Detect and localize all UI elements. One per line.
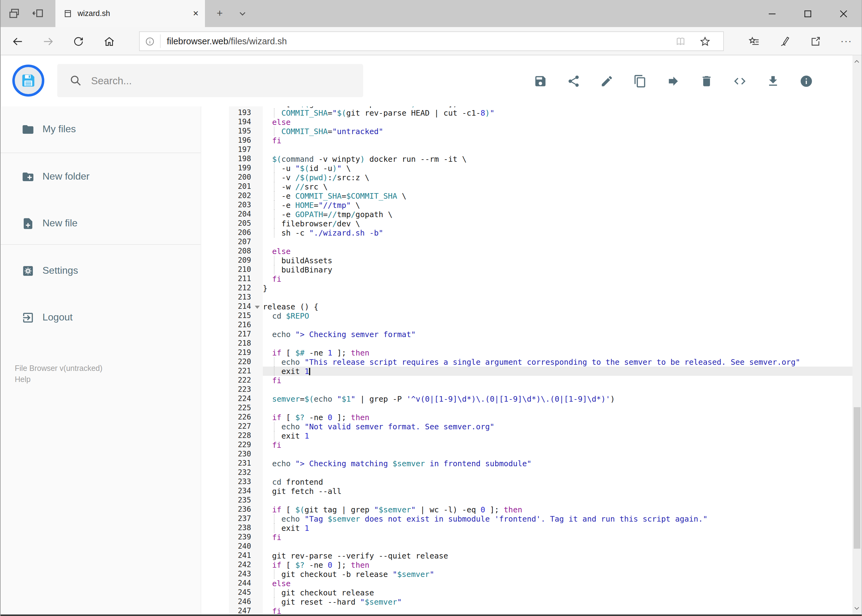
code-line[interactable]: [263, 542, 852, 551]
address-bar[interactable]: filebrowser.web/files/wizard.sh: [139, 31, 724, 51]
scrollbar-thumb[interactable]: [853, 407, 860, 548]
code-line[interactable]: [263, 468, 852, 477]
save-button[interactable]: [523, 64, 557, 97]
maximize-icon[interactable]: [790, 0, 826, 27]
move-button[interactable]: [656, 64, 690, 97]
code-line[interactable]: COMMIT_SHA="$(git rev-parse HEAD | cut -…: [263, 108, 852, 118]
code-line[interactable]: exit 1: [263, 431, 852, 440]
page-info-icon[interactable]: [145, 36, 154, 46]
filebrowser-logo[interactable]: [12, 64, 44, 97]
set-aside-tabs-icon[interactable]: [32, 7, 45, 20]
edit-button[interactable]: [590, 64, 623, 97]
search-input[interactable]: [90, 74, 363, 87]
code-line[interactable]: semver=$(echo "$1" | grep -P '^v(0|[1-9]…: [263, 394, 852, 404]
code-line[interactable]: -u "$(id -u)" \: [263, 163, 852, 173]
more-options-icon[interactable]: ···: [838, 33, 855, 49]
code-line[interactable]: else: [263, 247, 852, 256]
editor-code-area[interactable]: if [ "$(git status --porcelain)" = "" ];…: [263, 107, 852, 616]
code-line[interactable]: echo "This release script requires a sin…: [263, 357, 852, 366]
share-page-icon[interactable]: [809, 36, 821, 47]
code-line[interactable]: release () {: [263, 302, 852, 311]
code-line[interactable]: git checkout release: [263, 588, 852, 597]
new-tab-icon[interactable]: +: [212, 0, 228, 27]
code-line[interactable]: [263, 449, 852, 459]
tab-preview-icon[interactable]: [7, 7, 21, 20]
code-line[interactable]: fi: [263, 376, 852, 385]
code-line[interactable]: buildBinary: [263, 265, 852, 274]
code-line[interactable]: exit 1: [263, 523, 852, 533]
refresh-icon[interactable]: [72, 36, 84, 47]
delete-button[interactable]: [690, 64, 723, 97]
sidebar-item-settings[interactable]: Settings: [1, 257, 201, 284]
code-line[interactable]: [263, 293, 852, 302]
reading-view-icon[interactable]: [675, 35, 687, 47]
code-line[interactable]: [263, 404, 852, 413]
code-line[interactable]: [263, 321, 852, 330]
fold-marker-icon[interactable]: [255, 306, 260, 309]
browser-tab[interactable]: wizard.sh ✕: [55, 0, 205, 27]
code-line[interactable]: echo "> Checking matching $semver in fro…: [263, 459, 852, 468]
code-editor[interactable]: 1921931941951961971981992002012022032042…: [201, 107, 852, 616]
sidebar-item-new-file[interactable]: New file: [1, 210, 201, 237]
code-line[interactable]: if [ $? -ne 0 ]; then: [263, 560, 852, 570]
forward-icon[interactable]: [43, 36, 54, 47]
code-line[interactable]: echo "Tag $semver does not exist in subm…: [263, 514, 852, 523]
code-line[interactable]: echo "Not valid semver format. See semve…: [263, 422, 852, 431]
code-line[interactable]: [263, 237, 852, 247]
code-line[interactable]: git fetch --all: [263, 487, 852, 496]
close-window-icon[interactable]: [826, 0, 861, 27]
code-line[interactable]: if [ $# -ne 1 ]; then: [263, 348, 852, 357]
code-line[interactable]: fi: [263, 440, 852, 449]
code-line[interactable]: -e COMMIT_SHA=$COMMIT_SHA \: [263, 191, 852, 201]
help-link[interactable]: Help: [15, 374, 102, 385]
code-line[interactable]: -e HOME="//tmp" \: [263, 201, 852, 210]
code-line[interactable]: else: [263, 579, 852, 588]
sidebar-item-my-files[interactable]: My files: [1, 116, 201, 143]
code-line[interactable]: -e GOPATH=//tmp/gopath \: [263, 210, 852, 219]
home-icon[interactable]: [103, 36, 115, 47]
code-line[interactable]: buildAssets: [263, 256, 852, 265]
download-button[interactable]: [756, 64, 790, 97]
code-line[interactable]: cd frontend: [263, 477, 852, 487]
code-line[interactable]: echo "> Checking semver format": [263, 330, 852, 339]
code-line[interactable]: exit 1: [263, 366, 852, 376]
web-note-icon[interactable]: [779, 36, 791, 47]
scroll-down-icon[interactable]: [852, 604, 861, 613]
back-icon[interactable]: [12, 36, 24, 47]
hub-icon[interactable]: [749, 36, 760, 47]
favorite-star-icon[interactable]: [699, 35, 711, 47]
code-line[interactable]: fi: [263, 533, 852, 542]
sidebar-item-logout[interactable]: Logout: [1, 304, 201, 331]
scroll-up-icon[interactable]: [852, 57, 861, 66]
close-tab-icon[interactable]: ✕: [186, 9, 205, 18]
code-line[interactable]: COMMIT_SHA="untracked": [263, 127, 852, 136]
code-line[interactable]: -w //src \: [263, 182, 852, 191]
code-line[interactable]: fi: [263, 274, 852, 284]
code-line[interactable]: if [ $(git tag | grep "$semver" | wc -l)…: [263, 505, 852, 514]
tab-list-dropdown-icon[interactable]: [238, 9, 247, 18]
code-line[interactable]: sh -c "./wizard.sh -b": [263, 228, 852, 237]
code-line[interactable]: [263, 339, 852, 348]
code-line[interactable]: -v /$(pwd):/src:z \: [263, 173, 852, 182]
copy-button[interactable]: [623, 64, 656, 97]
code-button[interactable]: [723, 64, 756, 97]
code-line[interactable]: if [ $? -ne 0 ]; then: [263, 413, 852, 422]
code-line[interactable]: $(command -v winpty) docker run --rm -it…: [263, 154, 852, 163]
code-line[interactable]: git reset --hard "$semver": [263, 597, 852, 607]
code-line[interactable]: fi: [263, 136, 852, 145]
code-line[interactable]: git rev-parse --verify --quiet release: [263, 551, 852, 560]
url-text[interactable]: filebrowser.web/files/wizard.sh: [167, 36, 675, 46]
code-line[interactable]: git checkout -b release "$semver": [263, 570, 852, 579]
code-line[interactable]: [263, 385, 852, 394]
code-line[interactable]: }: [263, 284, 852, 293]
search-box[interactable]: [57, 64, 363, 97]
code-line[interactable]: [263, 145, 852, 154]
code-line[interactable]: else: [263, 118, 852, 127]
share-button[interactable]: [557, 64, 590, 97]
info-button[interactable]: [790, 64, 823, 97]
page-scrollbar[interactable]: [852, 55, 861, 616]
minimize-icon[interactable]: [754, 0, 790, 27]
code-line[interactable]: cd $REPO: [263, 311, 852, 321]
sidebar-item-new-folder[interactable]: New folder: [1, 163, 201, 190]
code-line[interactable]: [263, 496, 852, 505]
